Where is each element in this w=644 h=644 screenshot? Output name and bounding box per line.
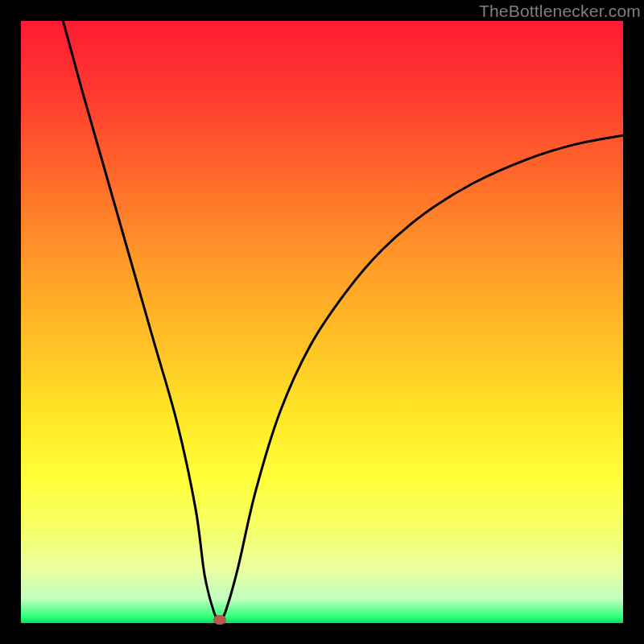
watermark-text: TheBottlenecker.com: [479, 2, 641, 21]
bottleneck-curve-path: [63, 21, 623, 620]
curve-svg: [21, 21, 623, 623]
chart-stage: TheBottlenecker.com: [0, 0, 644, 644]
plot-area: [21, 21, 623, 623]
minimum-marker: [213, 615, 226, 625]
